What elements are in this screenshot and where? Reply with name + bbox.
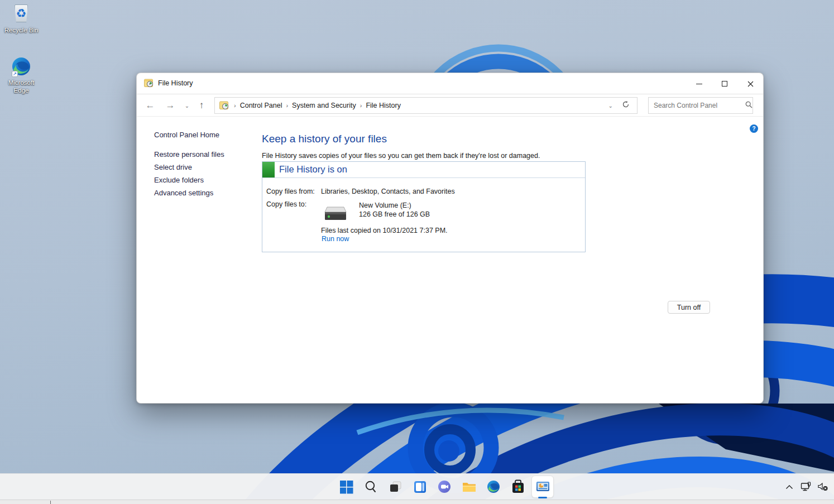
start-button[interactable] [335, 476, 357, 498]
sidebar-item-exclude-folders[interactable]: Exclude folders [154, 176, 204, 184]
bottom-strip [0, 500, 834, 504]
minimize-button[interactable] [686, 73, 712, 94]
see-also-heading: See also [154, 403, 181, 404]
last-copied-text: Files last copied on 10/31/2021 7:37 PM. [321, 227, 448, 234]
recent-locations-chevron-icon[interactable]: ⌄ [181, 97, 193, 114]
task-view-button[interactable] [384, 476, 406, 498]
sidebar: Control Panel Home Restore personal file… [137, 117, 262, 403]
copy-files-to-label: Copy files to: [266, 200, 306, 208]
widgets-button[interactable] [409, 476, 431, 498]
search-input[interactable] [649, 102, 740, 109]
taskbar-search-button[interactable] [360, 476, 382, 498]
run-now-link[interactable]: Run now [322, 235, 349, 243]
start-icon [339, 480, 353, 494]
breadcrumb-separator-icon: › [358, 102, 364, 109]
breadcrumb-file-history[interactable]: File History [363, 102, 403, 109]
close-button[interactable] [737, 73, 763, 94]
desktop-icon-recycle-bin[interactable]: ♻ Recycle Bin [0, 3, 42, 34]
refresh-button[interactable] [620, 100, 637, 111]
window-title: File History [158, 79, 193, 87]
network-tray-button[interactable] [798, 476, 814, 498]
forward-button[interactable]: → [161, 97, 179, 114]
back-button[interactable]: ← [141, 97, 159, 114]
search-icon[interactable] [740, 100, 758, 111]
task-view-icon [389, 480, 402, 494]
title-bar[interactable]: File History [137, 73, 763, 94]
page-description: File History saves copies of your files … [262, 152, 540, 160]
edge-icon [486, 479, 501, 494]
desktop: ♻ Recycle Bin ↗ Microsoft Edge [0, 0, 834, 504]
desktop-icon-microsoft-edge[interactable]: ↗ Microsoft Edge [0, 56, 42, 95]
main-content: Keep a history of your files File Histor… [262, 117, 763, 403]
file-explorer-icon [462, 479, 477, 495]
taskbar [0, 473, 834, 500]
status-on-indicator [262, 162, 275, 177]
turn-off-button[interactable]: Turn off [668, 301, 710, 314]
address-bar[interactable]: › Control Panel › System and Security › … [214, 97, 638, 114]
breadcrumb-control-panel[interactable]: Control Panel [238, 102, 285, 109]
volume-muted-icon [817, 482, 828, 492]
microsoft-store-button[interactable] [507, 476, 529, 498]
drive-free-space: 126 GB free of 126 GB [359, 210, 430, 218]
refresh-icon [622, 100, 630, 108]
page-title: Keep a history of your files [262, 133, 387, 145]
control-panel-icon [535, 479, 550, 495]
sidebar-item-select-drive[interactable]: Select drive [154, 163, 192, 171]
drive-name: New Volume (E:) [359, 201, 411, 209]
show-hidden-icons-button[interactable] [782, 476, 797, 498]
breadcrumb-separator-icon: › [284, 102, 290, 109]
chevron-up-icon [785, 484, 793, 489]
navigation-toolbar: ← → ⌄ ↑ › Control Panel › System and Sec… [137, 94, 763, 117]
taskbar-item-control-panel-active[interactable] [531, 476, 554, 498]
address-dropdown-chevron-icon[interactable]: ⌄ [602, 103, 620, 109]
sidebar-item-restore-personal-files[interactable]: Restore personal files [154, 150, 224, 159]
breadcrumb-separator-icon: › [232, 102, 238, 109]
recycle-bin-icon: ♻ [11, 3, 32, 25]
shortcut-arrow-badge: ↗ [12, 71, 18, 77]
maximize-icon [722, 81, 727, 87]
status-header: File History is on [262, 162, 585, 178]
edge-icon: ↗ [11, 56, 32, 77]
status-title: File History is on [279, 164, 347, 175]
desktop-icon-label: Microsoft Edge [0, 79, 42, 95]
chat-button[interactable] [433, 476, 456, 498]
file-history-app-icon [144, 79, 154, 88]
copy-files-from-label: Copy files from: [266, 188, 315, 195]
breadcrumb-system-and-security[interactable]: System and Security [290, 102, 358, 109]
chat-icon [437, 479, 452, 494]
up-button[interactable]: ↑ [193, 97, 210, 114]
network-ethernet-icon [801, 482, 812, 492]
microsoft-store-icon [511, 479, 525, 494]
file-history-status-panel: File History is on Copy files from: Libr… [262, 161, 586, 252]
file-explorer-button[interactable] [458, 476, 480, 498]
volume-tray-button[interactable] [815, 476, 831, 498]
desktop-icon-label: Recycle Bin [0, 26, 42, 34]
minimize-icon [696, 84, 702, 84]
sidebar-item-control-panel-home[interactable]: Control Panel Home [154, 131, 219, 139]
copy-files-from-value: Libraries, Desktop, Contacts, and Favori… [321, 188, 455, 195]
search-icon [364, 480, 377, 493]
maximize-button[interactable] [712, 73, 737, 94]
bottom-strip-marker [50, 501, 51, 504]
file-history-window: File History ← → ⌄ ↑ [136, 73, 764, 404]
close-icon [747, 81, 754, 87]
drive-icon [324, 206, 347, 222]
active-app-indicator [538, 497, 547, 498]
search-box[interactable] [648, 97, 753, 114]
sidebar-item-advanced-settings[interactable]: Advanced settings [154, 189, 213, 197]
breadcrumb-location-icon [219, 101, 229, 110]
widgets-icon [413, 480, 427, 494]
edge-button[interactable] [482, 476, 505, 498]
